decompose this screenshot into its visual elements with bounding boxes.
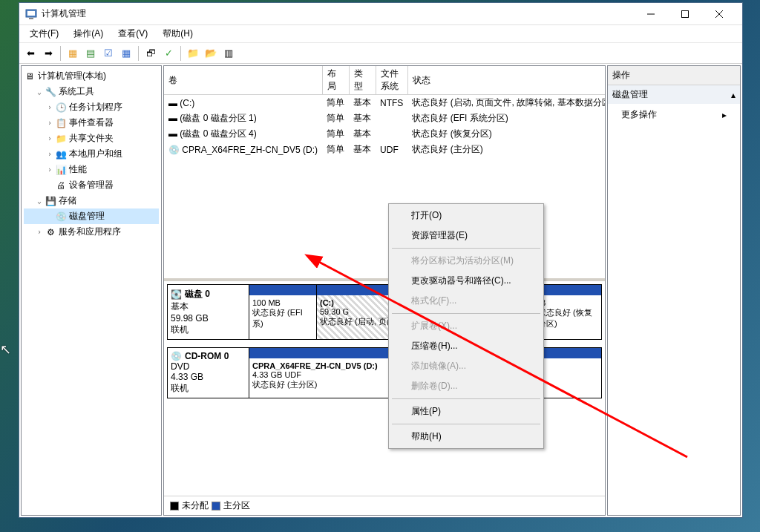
toolbar-icon[interactable]: ▤ — [82, 45, 99, 62]
partition-status: 状态良好 (EFI 系) — [252, 307, 313, 329]
perf-icon: 📊 — [55, 164, 67, 176]
partition-size: IB — [538, 298, 598, 307]
ctx-extend: 扩展卷(X)... — [390, 316, 542, 336]
toolbar-icon[interactable]: ▦ — [118, 45, 134, 62]
tree-storage[interactable]: ⌄💾存储 — [24, 193, 159, 208]
tree-diskmgmt[interactable]: 💿磁盘管理 — [24, 208, 159, 224]
disk-label[interactable]: 💽磁盘 0 基本 59.98 GB 联机 — [168, 285, 249, 339]
svg-rect-2 — [29, 18, 33, 19]
toolbar-icon[interactable]: 📁 — [185, 45, 201, 62]
tree-scheduler[interactable]: ›🕒任务计划程序 — [24, 99, 159, 115]
tree-label: 共享文件夹 — [69, 132, 114, 145]
menu-view[interactable]: 查看(V) — [111, 26, 155, 42]
tools-icon: 🔧 — [45, 86, 56, 98]
forward-button[interactable]: ➡ — [40, 45, 56, 62]
ctx-delete: 删除卷(D)... — [390, 376, 542, 396]
storage-icon: 💾 — [45, 195, 56, 207]
volume-row[interactable]: 💿 CPRA_X64FRE_ZH-CN_DV5 (D:)简单基本UDF状态良好 … — [164, 142, 605, 157]
nav-tree[interactable]: 🖥计算机管理(本地) ⌄🔧系统工具 ›🕒任务计划程序 ›📋事件查看器 ›📁共享文… — [21, 65, 162, 516]
actions-item-label: 更多操作 — [621, 108, 657, 121]
toolbar-icon[interactable]: ☑ — [100, 45, 117, 62]
legend: 未分配 主分区 — [164, 496, 605, 515]
ctx-help[interactable]: 帮助(H) — [390, 427, 542, 447]
toolbar: ⬅ ➡ ▦ ▤ ☑ ▦ 🗗 ✓ 📁 📂 ▥ — [19, 43, 742, 64]
disk-state: 联机 — [171, 382, 246, 395]
expand-icon[interactable]: › — [45, 134, 55, 142]
expand-icon[interactable]: › — [34, 228, 45, 236]
tree-devmgr[interactable]: 🖨设备管理器 — [24, 177, 159, 193]
tree-shared[interactable]: ›📁共享文件夹 — [24, 131, 159, 146]
tree-label: 设备管理器 — [69, 179, 114, 191]
volume-row[interactable]: ▬ (C:)简单基本NTFS状态良好 (启动, 页面文件, 故障转储, 基本数据… — [164, 95, 605, 111]
event-icon: 📋 — [55, 117, 67, 129]
disk-label[interactable]: 💿CD-ROM 0 DVD 4.33 GB 联机 — [168, 348, 249, 398]
toolbar-icon[interactable]: ▥ — [220, 45, 237, 62]
toolbar-icon[interactable]: 📂 — [203, 45, 219, 62]
maximize-button[interactable] — [668, 3, 702, 24]
titlebar: 计算机管理 — [19, 3, 742, 25]
partition-header — [249, 285, 316, 295]
ctx-properties[interactable]: 属性(P) — [390, 401, 542, 421]
menu-file[interactable]: 文件(F) — [22, 26, 66, 42]
volume-row[interactable]: ▬ (磁盘 0 磁盘分区 1)简单基本状态良好 (EFI 系统分区) — [164, 111, 605, 126]
actions-section-diskmgmt[interactable]: 磁盘管理▴ — [608, 85, 740, 104]
tree-eventviewer[interactable]: ›📋事件查看器 — [24, 115, 159, 131]
col-status[interactable]: 状态 — [407, 66, 605, 95]
back-button[interactable]: ⬅ — [22, 45, 39, 62]
col-volume[interactable]: 卷 — [164, 66, 322, 95]
expand-icon[interactable]: › — [45, 103, 55, 111]
actions-panel: 操作 磁盘管理▴ 更多操作▸ — [607, 65, 741, 516]
tree-label: 存储 — [59, 194, 76, 207]
separator — [392, 398, 540, 399]
disk-name: CD-ROM 0 — [185, 351, 229, 361]
volume-row[interactable]: ▬ (磁盘 0 磁盘分区 4)简单基本状态良好 (恢复分区) — [164, 126, 605, 142]
menu-action[interactable]: 操作(A) — [66, 26, 111, 42]
tree-services[interactable]: ›⚙服务和应用程序 — [24, 224, 159, 240]
actions-more[interactable]: 更多操作▸ — [608, 104, 740, 125]
toolbar-icon[interactable]: 🗗 — [142, 45, 159, 62]
ctx-shrink[interactable]: 压缩卷(H)... — [390, 336, 542, 356]
toolbar-icon[interactable]: ✓ — [160, 45, 177, 62]
collapse-icon[interactable]: ⌄ — [34, 88, 45, 96]
disk-name: 磁盘 0 — [185, 288, 210, 301]
tree-perf[interactable]: ›📊性能 — [24, 162, 159, 177]
ctx-changeletter[interactable]: 更改驱动器号和路径(C)... — [390, 271, 542, 291]
col-type[interactable]: 类型 — [349, 66, 376, 95]
legend-primary: 主分区 — [223, 499, 250, 512]
expand-icon[interactable]: › — [45, 150, 55, 158]
actions-header: 操作 — [608, 66, 740, 85]
toolbar-icon[interactable]: ▦ — [65, 45, 81, 62]
separator — [138, 46, 139, 61]
separator — [180, 46, 181, 61]
chevron-right-icon: ▸ — [722, 110, 727, 120]
menubar: 文件(F) 操作(A) 查看(V) 帮助(H) — [19, 25, 742, 43]
partition-recovery[interactable]: IB 状态良好 (恢复分区) — [534, 285, 601, 339]
minimize-button[interactable] — [634, 3, 668, 24]
ctx-open[interactable]: 打开(O) — [390, 206, 542, 226]
tree-label: 性能 — [69, 163, 87, 176]
separator — [392, 424, 540, 424]
volume-icon: ▬ — [168, 128, 177, 139]
expand-icon[interactable]: › — [45, 119, 55, 127]
computer-management-window: 计算机管理 文件(F) 操作(A) 查看(V) 帮助(H) ⬅ ➡ ▦ ▤ ☑ … — [19, 2, 743, 518]
content-area: 🖥计算机管理(本地) ⌄🔧系统工具 ›🕒任务计划程序 ›📋事件查看器 ›📁共享文… — [19, 64, 742, 517]
folder-icon: 📁 — [55, 133, 67, 145]
tree-label: 计算机管理(本地) — [38, 70, 106, 82]
tree-systools[interactable]: ⌄🔧系统工具 — [24, 84, 159, 99]
col-layout[interactable]: 布局 — [322, 66, 349, 95]
window-controls — [634, 3, 736, 24]
tree-label: 任务计划程序 — [69, 101, 122, 114]
tree-users[interactable]: ›👥本地用户和组 — [24, 146, 159, 162]
expand-icon[interactable]: › — [45, 165, 55, 174]
volume-icon: ▬ — [168, 98, 177, 108]
ctx-explorer[interactable]: 资源管理器(E) — [390, 226, 542, 246]
menu-help[interactable]: 帮助(H) — [155, 26, 200, 42]
col-fs[interactable]: 文件系统 — [376, 66, 407, 95]
collapse-icon[interactable]: ⌄ — [34, 197, 45, 205]
tree-root[interactable]: 🖥计算机管理(本地) — [24, 68, 159, 84]
close-button[interactable] — [702, 3, 736, 24]
partition-efi[interactable]: 100 MB 状态良好 (EFI 系) — [249, 285, 316, 339]
legend-unalloc: 未分配 — [182, 499, 209, 512]
ctx-markactive: 将分区标记为活动分区(M) — [390, 251, 542, 271]
tree-label: 事件查看器 — [69, 116, 114, 129]
